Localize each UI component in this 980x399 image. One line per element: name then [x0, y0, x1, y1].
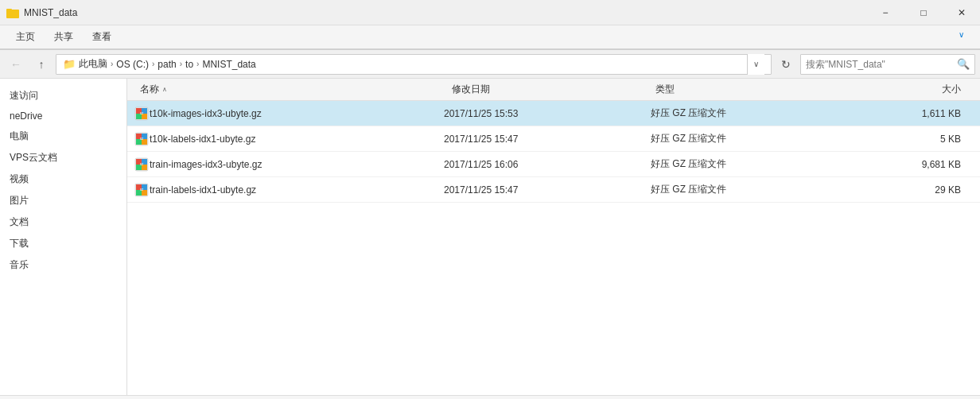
sidebar-item-pictures[interactable]: 图片	[0, 190, 126, 211]
ribbon: 主页 共享 查看 ∨	[0, 25, 980, 50]
minimize-button[interactable]: −	[867, 0, 904, 25]
svg-text:GZ: GZ	[140, 188, 143, 192]
file-date: 2017/11/25 15:47	[444, 184, 651, 196]
file-type: 好压 GZ 压缩文件	[651, 157, 858, 171]
file-date: 2017/11/25 15:53	[444, 108, 651, 119]
file-size: 29 KB	[858, 184, 974, 196]
file-size: 9,681 KB	[858, 159, 974, 170]
sidebar-item-pc[interactable]: 电脑	[0, 126, 126, 147]
sidebar-item-video[interactable]: 视频	[0, 169, 126, 190]
sidebar-item-onedrive[interactable]: neDrive	[0, 107, 126, 126]
table-row[interactable]: GZ t10k-images-idx3-ubyte.gz 2017/11/25 …	[127, 101, 980, 126]
file-rows: GZ t10k-images-idx3-ubyte.gz 2017/11/25 …	[127, 101, 980, 203]
gz-icon: GZ	[134, 131, 150, 147]
file-size: 5 KB	[858, 134, 974, 145]
file-name: t10k-images-idx3-ubyte.gz	[150, 108, 262, 119]
window-controls: − □ ✕	[867, 0, 980, 25]
path-segment-drive: OS (C:)	[116, 59, 149, 70]
file-name-cell: GZ train-labels-idx1-ubyte.gz	[134, 182, 444, 198]
status-bar: http://blog.csdn.net/u011747152	[0, 395, 980, 399]
column-date[interactable]: 修改日期	[452, 83, 655, 96]
sidebar-item-vps[interactable]: VPS云文档	[0, 147, 126, 169]
ribbon-collapse-btn[interactable]: ∨	[949, 25, 974, 48]
file-date: 2017/11/25 15:47	[444, 134, 651, 145]
table-row[interactable]: GZ train-labels-idx1-ubyte.gz 2017/11/25…	[127, 177, 980, 203]
refresh-button[interactable]: ↻	[775, 53, 797, 76]
search-icon[interactable]: 🔍	[957, 58, 970, 70]
path-arrow-3: ›	[180, 60, 182, 68]
search-box: 🔍	[800, 54, 975, 75]
back-button[interactable]: ←	[5, 53, 27, 76]
path-dropdown-button[interactable]: ∨	[747, 54, 764, 75]
file-type: 好压 GZ 压缩文件	[651, 183, 858, 196]
column-size[interactable]: 大小	[859, 83, 974, 96]
file-type: 好压 GZ 压缩文件	[651, 132, 858, 145]
tab-view[interactable]: 查看	[83, 25, 121, 48]
search-input[interactable]	[806, 59, 957, 70]
table-row[interactable]: GZ t10k-labels-idx1-ubyte.gz 2017/11/25 …	[127, 126, 980, 152]
tab-home[interactable]: 主页	[6, 25, 45, 48]
file-list-header: 名称 ∧ 修改日期 类型 大小	[127, 79, 980, 101]
address-bar: ← ↑ 📁 此电脑 › OS (C:) › path › to › MNIST_…	[0, 50, 980, 79]
title-bar: MNIST_data − □ ✕	[0, 0, 980, 25]
folder-icon	[6, 6, 19, 19]
column-name[interactable]: 名称 ∧	[134, 83, 452, 96]
table-row[interactable]: GZ train-images-idx3-ubyte.gz 2017/11/25…	[127, 152, 980, 177]
file-name: train-images-idx3-ubyte.gz	[150, 159, 262, 170]
file-name: train-labels-idx1-ubyte.gz	[150, 184, 256, 196]
path-arrow-2: ›	[152, 60, 154, 68]
svg-text:GZ: GZ	[140, 112, 143, 115]
path-segment-mnist: MNIST_data	[202, 59, 255, 70]
address-path[interactable]: 📁 此电脑 › OS (C:) › path › to › MNIST_data…	[56, 54, 772, 75]
file-date: 2017/11/25 16:06	[444, 159, 651, 170]
sidebar: 速访问 neDrive 电脑 VPS云文档 视频 图片 文档 下载 音乐	[0, 79, 127, 395]
sidebar-item-downloads[interactable]: 下载	[0, 233, 126, 254]
svg-text:GZ: GZ	[140, 163, 143, 166]
sidebar-item-documents[interactable]: 文档	[0, 211, 126, 233]
gz-icon: GZ	[134, 157, 150, 172]
path-segment-to: to	[185, 59, 193, 70]
tab-share[interactable]: 共享	[45, 25, 83, 48]
svg-rect-1	[6, 9, 12, 11]
path-arrow-1: ›	[111, 60, 113, 68]
ribbon-tabs: 主页 共享 查看 ∨	[0, 25, 980, 49]
file-type: 好压 GZ 压缩文件	[651, 107, 858, 120]
file-name-cell: GZ train-images-idx3-ubyte.gz	[134, 157, 444, 172]
sidebar-item-quick-access[interactable]: 速访问	[0, 85, 126, 107]
file-size: 1,611 KB	[858, 108, 974, 119]
path-arrow-4: ›	[196, 60, 199, 68]
sort-arrow: ∧	[162, 86, 167, 93]
up-button[interactable]: ↑	[30, 53, 52, 76]
main-layout: 速访问 neDrive 电脑 VPS云文档 视频 图片 文档 下载 音乐 名称 …	[0, 79, 980, 395]
gz-icon: GZ	[134, 182, 150, 198]
file-name-cell: GZ t10k-labels-idx1-ubyte.gz	[134, 131, 444, 147]
maximize-button[interactable]: □	[905, 0, 942, 25]
close-button[interactable]: ✕	[943, 0, 980, 25]
file-name-cell: GZ t10k-images-idx3-ubyte.gz	[134, 106, 444, 122]
window-title: MNIST_data	[24, 7, 974, 18]
path-segment-computer: 此电脑	[79, 57, 107, 71]
sidebar-item-music[interactable]: 音乐	[0, 254, 126, 276]
file-name: t10k-labels-idx1-ubyte.gz	[150, 134, 255, 145]
file-area: 名称 ∧ 修改日期 类型 大小 GZ t10k-images-idx3-ubyt…	[127, 79, 980, 395]
gz-icon: GZ	[134, 106, 150, 122]
path-segment-path: path	[158, 59, 176, 70]
svg-text:GZ: GZ	[140, 138, 143, 141]
column-type[interactable]: 类型	[655, 83, 859, 96]
